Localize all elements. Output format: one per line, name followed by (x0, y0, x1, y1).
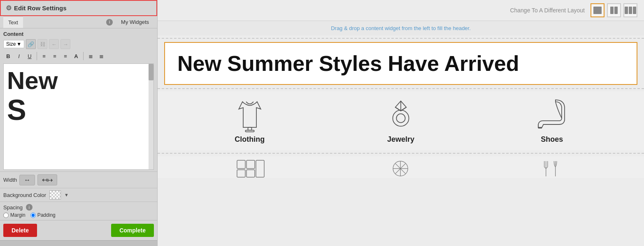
category-section: Clothing Jewelry (158, 91, 644, 150)
category-item-misc1 (236, 159, 265, 178)
category-item-misc3 (537, 159, 565, 178)
scrollbar-thumb[interactable] (149, 64, 153, 80)
category-item-clothing: Clothing (233, 98, 266, 144)
editor-text-content: NewS (7, 67, 150, 126)
redo-btn[interactable]: → (60, 39, 70, 49)
dropdown-arrow: ▼ (16, 41, 21, 47)
category-item-misc2 (389, 159, 412, 178)
layout-btn-3col[interactable] (623, 3, 637, 17)
expand-width-btn[interactable]: ↔ (19, 175, 35, 185)
gear-icon: ⚙ (6, 4, 12, 12)
shrink-width-btn[interactable]: ↤↦ (37, 174, 57, 185)
shrink-icon: ↤↦ (42, 176, 53, 184)
category-item-jewelry: Jewelry (384, 98, 417, 144)
tab-text[interactable]: Text (3, 16, 23, 28)
canvas: Drag & drop a content widget from the le… (158, 21, 644, 246)
bottom-buttons: Delete Complete (0, 220, 157, 240)
toolbar-row1: Size ▼ 🔗 ⛓ ← → (0, 38, 157, 50)
separator2 (83, 52, 84, 60)
color-dropdown-arrow[interactable]: ▼ (64, 192, 69, 197)
tab-bar: Text i My Widgets (0, 16, 157, 28)
bgcolor-row: Background Color ▼ (0, 188, 157, 201)
padding-radio-label[interactable]: Padding (30, 212, 56, 218)
jewelry-icon (384, 98, 417, 131)
divider-middle (158, 88, 644, 89)
misc3-icon (537, 159, 565, 178)
layout-3col-icon (625, 7, 636, 14)
left-panel: ⚙ Edit Row Settings Text i My Widgets Co… (0, 0, 158, 246)
clothing-icon (233, 98, 266, 131)
expand-icon: ↔ (24, 176, 30, 184)
undo-btn[interactable]: ← (49, 39, 59, 49)
underline-btn[interactable]: U (25, 51, 35, 61)
jewelry-label: Jewelry (387, 135, 414, 144)
align-center-btn[interactable]: ≡ (50, 51, 60, 61)
tab-my-widgets[interactable]: My Widgets (116, 16, 154, 28)
width-label: Width (3, 177, 17, 183)
font-color-btn[interactable]: A (71, 51, 81, 61)
align-right-btn[interactable]: ≡ (60, 51, 70, 61)
layout-bar: Change To A Different Layout (158, 0, 644, 21)
svg-rect-11 (246, 160, 255, 169)
separator1 (37, 52, 37, 60)
margin-label: Margin (10, 212, 26, 218)
svg-rect-12 (237, 170, 245, 177)
color-swatch[interactable] (49, 190, 61, 199)
main-area: Change To A Different Layout Dra (158, 0, 644, 246)
panel-horizontal-scrollbar[interactable] (0, 240, 157, 246)
header-dropzone[interactable]: Drag & drop a content widget from the le… (158, 21, 644, 35)
clothing-label: Clothing (235, 135, 265, 144)
hero-section[interactable]: New Summer Styles Have Arrived (164, 42, 637, 85)
misc1-icon (236, 159, 265, 178)
size-dropdown[interactable]: Size ▼ (3, 40, 24, 48)
hero-text: New Summer Styles Have Arrived (177, 51, 624, 76)
content-label: Content (0, 28, 157, 38)
spacing-row: Spacing i Margin Padding (0, 201, 157, 220)
svg-rect-0 (248, 127, 251, 130)
shoes-label: Shoes (541, 135, 563, 144)
ordered-list-btn[interactable]: ≣ (86, 51, 95, 61)
margin-radio-label[interactable]: Margin (3, 212, 26, 218)
svg-rect-1 (245, 130, 254, 132)
spacing-info-icon[interactable]: i (26, 204, 33, 211)
svg-point-3 (396, 114, 405, 122)
unlink-btn[interactable]: ⛓ (37, 39, 47, 49)
italic-btn[interactable]: I (14, 51, 24, 61)
header-dropzone-text: Drag & drop a content widget from the le… (331, 25, 471, 31)
scrollbar-track[interactable] (149, 64, 153, 169)
svg-rect-10 (237, 160, 245, 169)
spacing-label: Spacing (3, 204, 23, 211)
width-row: Width ↔ ↤↦ (0, 171, 157, 188)
layout-2col-icon (610, 7, 618, 14)
text-editor-area[interactable]: NewS (3, 63, 154, 170)
align-left-btn[interactable]: ≡ (39, 51, 49, 61)
layout-bar-label: Change To A Different Layout (510, 7, 585, 14)
edit-row-settings-label: Edit Row Settings (14, 5, 67, 12)
divider-top (158, 38, 644, 39)
toolbar-row2: B I U ≡ ≡ ≡ A ≣ ≣ (0, 50, 157, 62)
shoes-icon (535, 98, 568, 131)
svg-point-2 (393, 110, 409, 126)
size-label: Size (6, 41, 16, 47)
divider-bottom (158, 153, 644, 154)
bgcolor-label: Background Color (3, 192, 46, 198)
layout-1col-icon (593, 7, 602, 14)
delete-button[interactable]: Delete (3, 224, 37, 237)
padding-label: Padding (37, 212, 56, 218)
complete-button[interactable]: Complete (111, 224, 154, 237)
layout-btn-1col[interactable] (591, 3, 604, 17)
layout-btn-2col[interactable] (607, 3, 621, 17)
link-btn[interactable]: 🔗 (26, 39, 36, 49)
info-icon[interactable]: i (106, 19, 113, 26)
padding-radio[interactable] (30, 213, 36, 218)
misc2-icon (389, 159, 412, 178)
category-section2 (158, 156, 644, 178)
spacing-options: Margin Padding (3, 212, 154, 218)
unordered-list-btn[interactable]: ≣ (96, 51, 106, 61)
margin-radio[interactable] (3, 213, 9, 218)
svg-rect-13 (246, 170, 255, 177)
edit-row-settings-header[interactable]: ⚙ Edit Row Settings (0, 0, 157, 16)
svg-rect-14 (256, 160, 264, 177)
bold-btn[interactable]: B (3, 51, 13, 61)
category-item-shoes: Shoes (535, 98, 568, 144)
